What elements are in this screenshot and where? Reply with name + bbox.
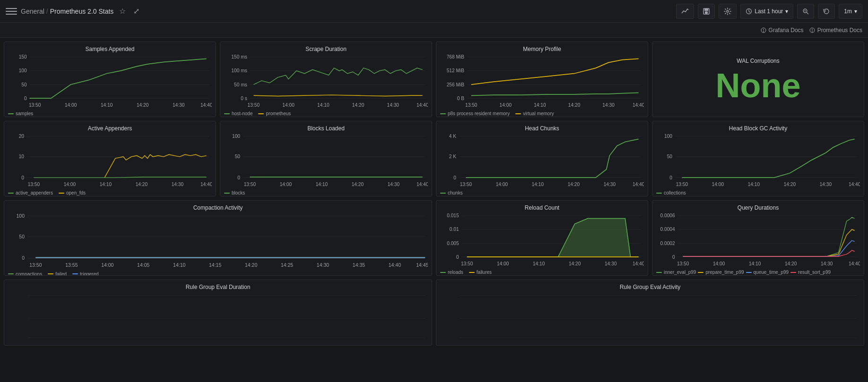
chart-rule-group-eval-duration: [8, 292, 428, 344]
svg-text:13:50: 13:50: [465, 102, 477, 107]
panel-title-rule-group-eval-duration: Rule Group Eval Duration: [4, 280, 432, 292]
chart-rule-group-eval-activity: [440, 292, 860, 344]
svg-text:100: 100: [17, 213, 25, 219]
legend-item-queue-time-p99: queue_time_p99: [746, 270, 789, 275]
svg-text:14:10: 14:10: [317, 102, 330, 107]
svg-text:14:20: 14:20: [137, 102, 149, 107]
svg-text:13:55: 13:55: [65, 262, 78, 268]
chart-active-appenders: 20 10 0 13:50 14:00 14:10 14:20 14:30 14…: [8, 134, 212, 188]
svg-text:768 MiB: 768 MiB: [447, 54, 465, 59]
panel-content-head-chunks: 4 K 2 K 0 13:50 14:00 14:10 14:20 14:30 …: [436, 134, 648, 189]
svg-text:13:50: 13:50: [676, 181, 688, 187]
panel-content-scrape-duration: 150 ms 100 ms 50 ms 0 s 13:50 14:00 14:1…: [220, 54, 432, 110]
graph-icon-button[interactable]: [676, 4, 694, 19]
legend-dot-active-appenders: [8, 193, 14, 194]
refresh-button[interactable]: [818, 4, 835, 19]
share-icon[interactable]: ⤢: [131, 5, 141, 17]
svg-text:14:40: 14:40: [200, 181, 212, 187]
zoom-out-button[interactable]: [797, 4, 814, 19]
svg-text:0.0004: 0.0004: [660, 227, 675, 232]
legend-label-open-fds: open_fds: [66, 190, 86, 195]
settings-button[interactable]: [719, 4, 737, 19]
svg-text:14:40: 14:40: [633, 102, 644, 107]
topbar: General / Prometheus 2.0 Stats ☆ ⤢: [0, 0, 868, 23]
svg-text:512 MiB: 512 MiB: [447, 68, 465, 73]
panel-legend-reload-count: reloads failures: [436, 269, 648, 276]
panel-reload-count: Reload Count 0.015 0.01 0.005 0 13:50 14…: [436, 200, 648, 276]
grafana-docs-link[interactable]: Grafana Docs: [761, 27, 804, 34]
chart-memory-profile: 768 MiB 512 MiB 256 MiB 0 B 13:50 14:00 …: [440, 54, 644, 109]
svg-text:14:30: 14:30: [604, 181, 616, 187]
panel-content-reload-count: 0.015 0.01 0.005 0 13:50 14:00 14:10 14:…: [436, 213, 648, 269]
legend-dot-chunks: [440, 193, 446, 194]
svg-text:14:10: 14:10: [173, 262, 185, 268]
time-range-button[interactable]: Last 1 hour ▾: [740, 4, 793, 19]
save-button[interactable]: [698, 4, 715, 19]
panel-legend-samples-appended: samples: [4, 110, 216, 117]
legend-label-resident-mem: p8s process resident memory: [448, 111, 510, 116]
chart-head-chunks: 4 K 2 K 0 13:50 14:00 14:10 14:20 14:30 …: [440, 134, 644, 188]
time-range-label: Last 1 hour: [755, 8, 783, 15]
legend-item-compactions: compactions: [8, 272, 42, 276]
legend-dot-resident-mem: [440, 113, 446, 114]
svg-text:0: 0: [24, 96, 27, 101]
svg-text:13:50: 13:50: [677, 261, 689, 266]
chart-head-block-gc: 100 50 0 13:50 14:00 14:10 14:20 14:30 1…: [656, 134, 860, 188]
svg-text:14:00: 14:00: [65, 102, 77, 107]
legend-label-virtual-mem: virtual memory: [523, 111, 554, 116]
panel-legend-query-durations: inner_eval_p99 prepare_time_p99 queue_ti…: [652, 269, 864, 276]
svg-text:14:00: 14:00: [280, 181, 292, 187]
legend-dot-samples: [8, 113, 14, 114]
legend-label-queue-time-p99: queue_time_p99: [754, 270, 789, 275]
svg-text:14:30: 14:30: [388, 181, 400, 187]
svg-text:14:20: 14:20: [569, 261, 581, 266]
svg-text:14:40: 14:40: [633, 261, 644, 266]
svg-text:14:00: 14:00: [101, 262, 113, 268]
svg-text:0 B: 0 B: [457, 96, 464, 101]
legend-dot-virtual-mem: [515, 113, 521, 114]
svg-text:14:00: 14:00: [713, 261, 725, 266]
svg-text:10: 10: [19, 154, 25, 159]
legend-label-prepare-time-p99: prepare_time_p99: [705, 270, 744, 275]
legend-dot-prometheus: [258, 113, 264, 114]
svg-text:0.01: 0.01: [450, 227, 459, 232]
svg-text:14:20: 14:20: [245, 262, 257, 268]
prometheus-docs-link[interactable]: Prometheus Docs: [809, 27, 862, 34]
svg-text:0 s: 0 s: [241, 96, 247, 101]
svg-text:4 K: 4 K: [449, 134, 456, 139]
legend-dot-triggered: [72, 273, 78, 274]
panel-head-block-gc: Head Block GC Activity 100 50 0 13:50 14…: [652, 121, 864, 196]
star-icon[interactable]: ☆: [117, 5, 128, 17]
svg-text:14:40: 14:40: [417, 181, 428, 187]
svg-text:14:20: 14:20: [352, 102, 365, 107]
svg-text:20: 20: [19, 134, 25, 139]
legend-item-blocks: blocks: [224, 190, 245, 195]
panel-title-head-block-gc: Head Block GC Activity: [652, 121, 864, 134]
svg-text:0.0006: 0.0006: [660, 213, 675, 218]
legend-item-failures: failures: [469, 270, 492, 275]
panel-head-chunks: Head Chunks 4 K 2 K 0 13:50 14:00 14:10 …: [436, 121, 648, 196]
wal-none-value: None: [716, 66, 801, 105]
svg-text:150: 150: [19, 54, 27, 59]
svg-text:14:10: 14:10: [533, 261, 545, 266]
svg-text:14:20: 14:20: [568, 102, 581, 107]
svg-text:0: 0: [21, 175, 24, 180]
svg-text:13:50: 13:50: [461, 261, 473, 266]
chart-scrape-duration: 150 ms 100 ms 50 ms 0 s 13:50 14:00 14:1…: [224, 54, 428, 109]
interval-label: 1m: [844, 8, 852, 15]
menu-icon[interactable]: [6, 6, 17, 17]
legend-label-samples: samples: [16, 111, 33, 116]
legend-dot-queue-time-p99: [746, 272, 752, 273]
legend-dot-result-sort-p99: [790, 272, 796, 273]
legend-dot-host-node: [224, 113, 230, 114]
interval-button[interactable]: 1m ▾: [839, 4, 862, 19]
chart-samples-appended: 150 100 50 0 13:50 14:00 14:10 14:20 14:…: [8, 54, 212, 109]
panel-samples-appended: Samples Appended 150 100 50 0 13:50 14:0…: [4, 42, 216, 117]
svg-text:13:50: 13:50: [29, 102, 41, 107]
svg-text:0: 0: [672, 255, 675, 260]
svg-text:14:05: 14:05: [137, 262, 149, 268]
general-link[interactable]: General: [21, 8, 44, 15]
svg-text:100: 100: [664, 134, 672, 139]
panel-title-active-appenders: Active Appenders: [4, 121, 216, 134]
legend-label-triggered: triggered: [80, 272, 98, 276]
